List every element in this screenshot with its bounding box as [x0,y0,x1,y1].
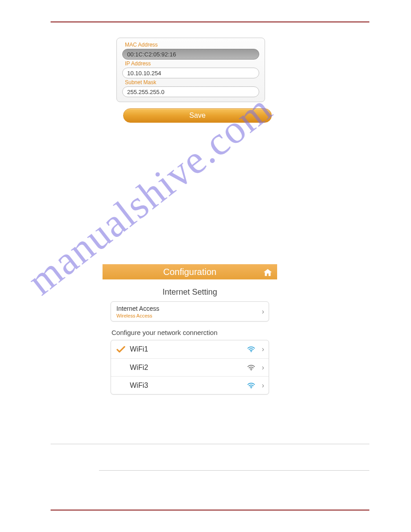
network-settings-card: MAC Address IP Address Subnet Mask [116,38,265,102]
wifi-list: WiFi1›WiFi2›WiFi3› [111,340,269,395]
section-divider-2 [99,470,369,471]
wifi-signal-icon [247,346,255,352]
wifi-name: WiFi2 [130,364,148,372]
internet-access-card: Internet Access Wireless Access › [111,301,269,322]
chevron-right-icon: › [262,382,264,390]
ip-address-field[interactable] [122,68,259,78]
internet-access-sublabel: Wireless Access [116,313,159,318]
internet-access-row[interactable]: Internet Access Wireless Access › [111,302,269,321]
wifi-signal-icon [247,365,255,371]
chevron-right-icon: › [262,364,264,372]
svg-point-0 [251,351,252,352]
wifi-row-wifi1[interactable]: WiFi1› [111,340,269,358]
wifi-row-wifi2[interactable]: WiFi2› [111,358,269,376]
subnet-mask-field[interactable] [122,86,259,97]
wifi-name: WiFi3 [130,382,148,390]
chevron-right-icon: › [262,308,264,316]
internet-access-label: Internet Access [116,305,159,312]
wifi-row-wifi3[interactable]: WiFi3› [111,376,269,394]
check-icon [116,346,125,353]
svg-point-1 [251,369,252,370]
home-icon[interactable] [263,267,273,277]
wifi-signal-icon [247,382,255,389]
config-header-title: Configuration [163,267,217,277]
config-header: Configuration [103,264,277,279]
section-divider-1 [51,444,369,444]
page-top-rule [51,21,369,22]
configure-network-title: Configure your network connerction [111,329,277,336]
configuration-screen: Configuration Internet Setting Internet … [103,264,277,395]
page-bottom-rule [51,510,369,511]
subnet-mask-label: Subnet Mask [125,79,259,86]
save-button[interactable]: Save [123,108,272,123]
svg-point-2 [251,387,252,388]
mac-address-label: MAC Address [125,42,259,48]
mac-address-field [122,49,259,60]
chevron-right-icon: › [262,345,264,353]
ip-address-label: IP Address [125,60,259,67]
wifi-name: WiFi1 [130,345,148,353]
internet-setting-title: Internet Setting [103,287,277,297]
